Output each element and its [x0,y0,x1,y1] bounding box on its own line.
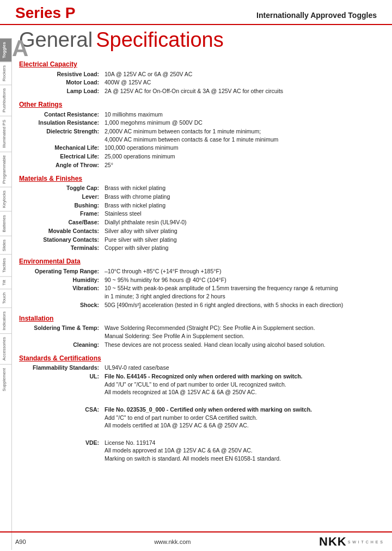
row-value: 2,000V AC minimum between contacts for 1… [103,127,383,143]
table-row: Stationary Contacts: Pure silver with si… [19,235,383,244]
page-title-general: General [19,28,93,52]
installation-table: Soldering Time & Temp: Wave Soldering Re… [19,324,383,349]
row-label: Movable Contacts: [19,226,103,235]
row-value: 400W @ 125V AC [103,78,383,87]
table-row: Angle of Throw: 25° [19,161,383,169]
tab-toggles[interactable]: Toggles [0,38,11,62]
row-value: 10 milliohms maximum [103,110,383,119]
tab-indicators[interactable]: Indicators [0,308,11,334]
page-footer: A90 www.nkk.com NKK S W I T C H E S [0,531,392,551]
row-value: Copper with silver plating [103,244,383,253]
table-row: Terminals: Copper with silver plating [19,244,383,253]
row-value: 25,000 operations minimum [103,152,383,161]
footer-url: www.nkk.com [154,538,191,545]
row-value: 25° [103,161,383,169]
row-value: Stainless steel [103,210,383,218]
tab-slides[interactable]: Slides [0,236,11,255]
tab-programmable[interactable]: Programmable [0,151,11,187]
series-title: Series P [15,4,76,22]
tab-rockers[interactable]: Rockers [0,62,11,84]
row-label: Frame: [19,210,103,218]
row-label: Angle of Throw: [19,161,103,169]
page-header: Series P Internationally Approved Toggle… [0,0,392,25]
table-row: Vibration: 10 ~ 55Hz with peak-to-peak a… [19,284,383,301]
row-label: Lever: [19,193,103,201]
row-value: Diallyl phthalate resin (UL94V-0) [103,218,383,227]
row-value: Brass with chrome plating [103,193,383,201]
environmental-data-heading: Environmental Data [19,258,383,265]
table-row: Toggle Cap: Brass with nickel plating [19,184,383,193]
row-value: License No. 119174 All models approved a… [103,438,383,463]
row-label: Insulation Resistance: [19,119,103,127]
row-label: Motor Load: [19,78,103,87]
row-value: Silver alloy with silver plating [103,226,383,235]
tab-accessories[interactable]: Accessories [0,333,11,364]
row-value [103,397,383,406]
table-row: Soldering Time & Temp: Wave Soldering Re… [19,324,383,340]
table-row: Contact Resistance: 10 milliohms maximum [19,110,383,119]
tab-tilt[interactable]: Tilt [0,276,11,289]
row-value: UL94V-0 rated case/base [103,364,383,372]
installation-heading: Installation [19,315,383,322]
main-content: Electrical Capacity Resistive Load: 10A … [19,54,383,463]
row-label: Dielectric Strength: [19,127,103,143]
row-label: Mechanical Life: [19,144,103,152]
table-row [19,430,383,438]
row-label: Toggle Cap: [19,184,103,193]
row-label: Operating Temp Range: [19,267,103,276]
table-row: Motor Load: 400W @ 125V AC [19,78,383,87]
row-value: 50G [490m/s²] acceleration (tested in 6 … [103,301,383,309]
tab-batteries[interactable]: Batteries [0,211,11,236]
row-label: Resistive Load: [19,70,103,78]
row-label [19,430,103,438]
tab-pushbuttons[interactable]: Pushbuttons [0,84,11,115]
row-label: Vibration: [19,284,103,301]
materials-finishes-heading: Materials & Finishes [19,175,383,182]
tab-tactiles[interactable]: Tactiles [0,254,11,276]
row-label: Cleaning: [19,340,103,349]
table-row: Flammability Standards: UL94V-0 rated ca… [19,364,383,372]
page-title-area: General Specifications [0,25,392,54]
table-row: CSA: File No. 023535_0_000 - Certified o… [19,405,383,430]
table-row: Lever: Brass with chrome plating [19,193,383,201]
table-row: Movable Contacts: Silver alloy with silv… [19,226,383,235]
csa-file-bold: File No. 023535_0_000 - Certified only w… [105,406,312,413]
row-value: These devices are not process sealed. Ha… [103,340,383,349]
standards-heading: Standards & Certifications [19,354,383,362]
row-label: Contact Resistance: [19,110,103,119]
row-value: File No. E44145 - Recognized only when o… [103,372,383,397]
tab-keylocks[interactable]: Keylocks [0,187,11,211]
row-value: 2A @ 125V AC for On-Off-On circuit & 3A … [103,87,383,95]
table-row: Humidity: 90 ~ 95% humidity for 96 hours… [19,276,383,284]
table-row: Electrical Life: 25,000 operations minim… [19,152,383,161]
row-value: 100,000 operations minimum [103,144,383,152]
tab-touch[interactable]: Touch [0,289,11,307]
row-label: CSA: [19,405,103,430]
row-value [103,430,383,438]
header-tagline: Internationally Approved Toggles [256,11,377,22]
table-row: Shock: 50G [490m/s²] acceleration (teste… [19,301,383,309]
table-row: Dielectric Strength: 2,000V AC minimum b… [19,127,383,143]
row-label: Electrical Life: [19,152,103,161]
row-value: 90 ~ 95% humidity for 96 hours @ 40°C (1… [103,276,383,284]
electrical-capacity-table: Resistive Load: 10A @ 125V AC or 6A @ 25… [19,70,383,95]
row-label: VDE: [19,438,103,463]
other-ratings-table: Contact Resistance: 10 milliohms maximum… [19,110,383,169]
row-value: File No. 023535_0_000 - Certified only w… [103,405,383,430]
row-value: 1,000 megohms minimum @ 500V DC [103,119,383,127]
row-label: Flammability Standards: [19,364,103,372]
page-title-specs: Specifications [96,28,223,52]
row-value: –10°C through +85°C (+14°F through +185°… [103,267,383,276]
tab-supplement[interactable]: Supplement [0,364,11,395]
other-ratings-heading: Other Ratings [19,101,383,108]
table-row: Operating Temp Range: –10°C through +85°… [19,267,383,276]
table-row: Bushing: Brass with nickel plating [19,201,383,210]
row-label: Humidity: [19,276,103,284]
table-row: Mechanical Life: 100,000 operations mini… [19,144,383,152]
tab-illuminated-ps[interactable]: Illuminated PS [0,116,11,151]
row-value: Brass with nickel plating [103,184,383,193]
table-row: Frame: Stainless steel [19,210,383,218]
row-label: Case/Base: [19,218,103,227]
table-row: Insulation Resistance: 1,000 megohms min… [19,119,383,127]
side-tabs: Toggles Rockers Pushbuttons Illuminated … [0,38,12,550]
